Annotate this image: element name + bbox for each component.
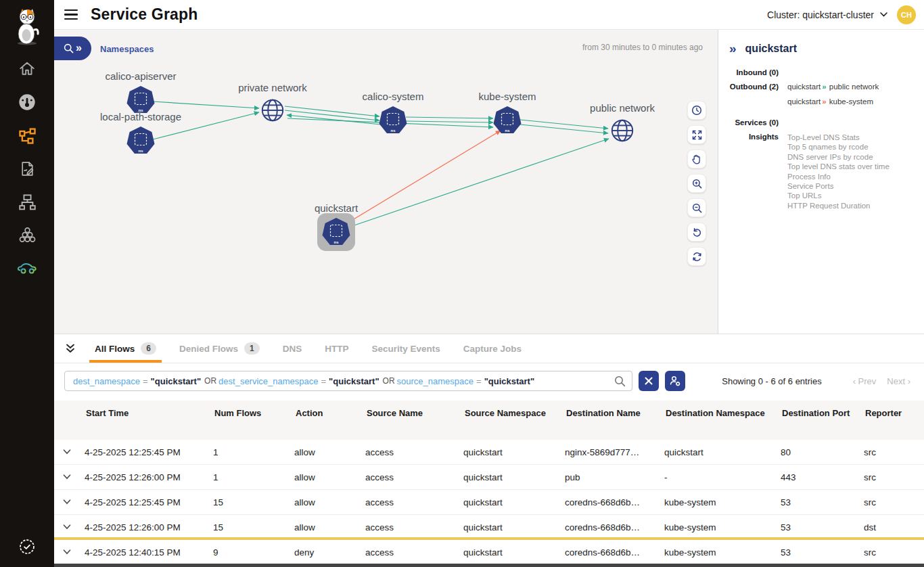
flow-filter-input[interactable]: dest_namespace="quickstart"ORdest_servic… <box>64 371 632 391</box>
table-row[interactable]: 4-25-2025 12:25:45 PM15allowaccessquicks… <box>54 490 924 515</box>
table-row[interactable]: 4-25-2025 12:25:45 PM1allowaccessquickst… <box>54 440 924 465</box>
next-button[interactable]: Next › <box>887 376 910 386</box>
hand-icon <box>692 154 701 164</box>
collapse-flows-icon[interactable] <box>64 343 76 354</box>
horizontal-scrollbar[interactable] <box>54 564 924 567</box>
cell-destination-namespace: kube-system <box>664 547 781 558</box>
filter-token-bool: OR <box>383 376 395 386</box>
graph-node-label: calico-apiserver <box>105 70 176 82</box>
cell-start-time: 4-25-2025 12:26:00 PM <box>85 472 213 482</box>
undo-layout-button[interactable] <box>687 223 706 242</box>
tab-badge: 1 <box>244 342 260 355</box>
insight-item[interactable]: DNS server IPs by rcode <box>787 152 920 162</box>
network-nav-icon[interactable] <box>14 192 41 211</box>
service-graph-nav-icon[interactable] <box>14 126 41 145</box>
home-nav-icon[interactable] <box>14 60 41 78</box>
filter-token-field: dest_service_namespace <box>218 376 318 386</box>
insight-item[interactable]: HTTP Request Duration <box>787 201 920 210</box>
flows-tabbar: All Flows6Denied Flows1DNSHTTPSecurity E… <box>54 334 924 363</box>
insight-item[interactable]: Top-Level DNS Stats <box>787 133 920 142</box>
cluster-selector[interactable]: Cluster: quickstart-cluster <box>767 9 887 20</box>
column-header-reporter: Reporter <box>864 408 924 419</box>
avatar[interactable]: CH <box>897 5 916 24</box>
outbound-target: kube-system <box>827 97 873 106</box>
insight-item[interactable]: Service Ports <box>787 181 920 191</box>
cell-destination-namespace: kube-system <box>664 497 781 507</box>
tab-security-events[interactable]: Security Events <box>360 334 451 363</box>
insight-item[interactable]: Top level DNS stats over time <box>787 162 920 171</box>
row-expand-chevron[interactable] <box>54 499 85 505</box>
dashboard-nav-icon[interactable] <box>14 93 41 112</box>
graph-search-pill[interactable]: » <box>54 37 91 60</box>
column-header-source-name: Source Name <box>365 408 463 419</box>
tab-all-flows[interactable]: All Flows6 <box>83 334 168 363</box>
tab-label: HTTP <box>325 344 348 354</box>
cell-source-name: access <box>365 447 463 457</box>
chevron-down-icon <box>880 12 887 17</box>
calico-logo <box>11 7 43 49</box>
fit-view-button[interactable] <box>687 125 706 144</box>
pan-button[interactable] <box>687 150 706 168</box>
search-icon <box>64 43 74 53</box>
outbound-item[interactable]: quickstart» public network <box>787 83 920 91</box>
prev-button[interactable]: ‹ Prev <box>853 376 877 386</box>
outbound-source: quickstart <box>787 83 821 91</box>
cell-start-time: 4-25-2025 12:25:45 PM <box>85 497 213 507</box>
tab-badge: 6 <box>141 342 156 355</box>
table-row[interactable]: 4-25-2025 12:26:00 PM15allowaccessquicks… <box>54 515 924 540</box>
cell-num-flows: 9 <box>213 547 294 558</box>
cell-destination-port: 53 <box>781 522 864 532</box>
insight-item[interactable]: Top 5 qnames by rcode <box>787 142 920 152</box>
inbound-label: Inbound (0) <box>718 68 779 76</box>
time-settings-button[interactable] <box>687 101 706 120</box>
cell-source-name: access <box>365 497 463 507</box>
zoom-in-button[interactable] <box>687 174 706 193</box>
refresh-button[interactable] <box>687 247 706 266</box>
hamburger-menu-icon[interactable] <box>64 9 78 20</box>
tab-denied-flows[interactable]: Denied Flows1 <box>168 334 271 363</box>
table-row[interactable]: 4-25-2025 12:40:15 PM9denyaccessquicksta… <box>54 540 924 565</box>
tab-label: All Flows <box>95 344 135 354</box>
namespace-node-icon: ns <box>377 104 409 137</box>
cell-source-name: access <box>365 522 463 532</box>
filter-token-op: = <box>143 376 148 386</box>
workloads-car-nav-icon[interactable] <box>14 258 41 277</box>
manage-columns-button[interactable] <box>665 371 685 391</box>
column-header-destination-name: Destination Name <box>565 408 664 419</box>
cell-destination-name: coredns-668d6b… <box>565 522 664 532</box>
cell-source-namespace: quickstart <box>463 447 565 457</box>
clusters-nav-icon[interactable] <box>14 225 41 244</box>
row-expand-chevron[interactable] <box>54 549 85 555</box>
panel-collapse-icon[interactable]: » <box>729 42 737 55</box>
tab-http[interactable]: HTTP <box>313 334 360 363</box>
row-expand-chevron[interactable] <box>54 449 85 455</box>
service-graph-canvas[interactable]: nscalico-apiservernslocal-path-storagepr… <box>54 30 718 334</box>
namespace-node-icon: ns <box>491 104 524 137</box>
insight-item[interactable]: Process Info <box>787 172 920 181</box>
column-header-source-namespace: Source Namespace <box>463 408 565 419</box>
user-gear-icon <box>669 375 681 387</box>
cell-destination-port: 443 <box>781 472 864 482</box>
insight-item[interactable]: Top URLs <box>787 191 920 200</box>
cell-start-time: 4-25-2025 12:40:15 PM <box>85 547 213 558</box>
search-icon[interactable] <box>614 376 626 387</box>
compliance-reports-nav-icon[interactable] <box>14 159 41 178</box>
namespace-node-icon: ns <box>320 216 352 248</box>
namespace-node-icon: ns <box>124 124 157 157</box>
tab-dns[interactable]: DNS <box>271 334 314 363</box>
tab-label: DNS <box>283 344 302 354</box>
cell-source-namespace: quickstart <box>463 547 565 558</box>
outbound-item[interactable]: quickstart» kube-system <box>787 97 920 106</box>
column-header-destination-namespace: Destination Namespace <box>664 408 781 419</box>
clear-filter-button[interactable] <box>639 371 659 391</box>
tab-capture-jobs[interactable]: Capture Jobs <box>452 334 533 363</box>
row-expand-chevron[interactable] <box>54 474 85 480</box>
flows-table: Start TimeNum FlowsActionSource NameSour… <box>54 401 924 565</box>
row-expand-chevron[interactable] <box>54 524 85 530</box>
page-title: Service Graph <box>91 5 198 24</box>
graph-node-label: private network <box>238 82 307 93</box>
verified-badge-icon[interactable] <box>14 537 41 556</box>
zoom-out-button[interactable] <box>687 198 706 217</box>
table-row[interactable]: 4-25-2025 12:26:00 PM1allowaccessquickst… <box>54 465 924 490</box>
cell-num-flows: 15 <box>213 497 294 507</box>
